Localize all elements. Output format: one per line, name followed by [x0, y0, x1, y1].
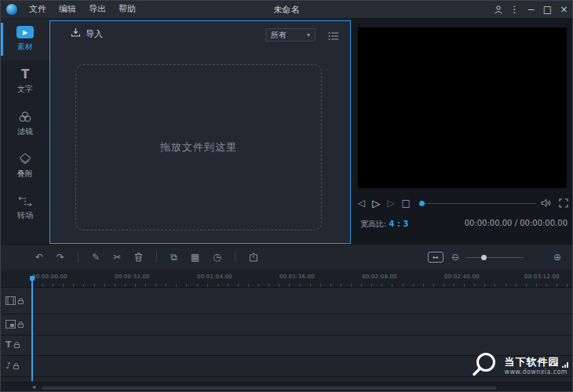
play-button[interactable]: ▷: [372, 198, 380, 209]
mosaic-button[interactable]: ▦: [191, 252, 199, 262]
previous-frame-button[interactable]: ◁: [358, 198, 365, 209]
media-filter-dropdown[interactable]: 所有 ▾: [265, 28, 316, 42]
volume-track[interactable]: [425, 203, 536, 204]
sidebar-item-transition[interactable]: 转场: [1, 187, 49, 230]
volume-slider[interactable]: [419, 201, 536, 206]
ruler-label: 00:00:00.00: [32, 274, 68, 280]
sidebar-item-label: 叠附: [17, 169, 33, 180]
ruler-label: 00:03:12.00: [524, 274, 560, 280]
text-icon: T: [21, 69, 29, 81]
media-dropzone[interactable]: 拖放文件到这里: [75, 64, 322, 230]
undo-button[interactable]: ↶: [35, 252, 43, 262]
export-clip-button[interactable]: [249, 252, 258, 262]
filter-value: 所有: [271, 30, 286, 41]
transition-icon: [17, 196, 33, 207]
zoom-out-button[interactable]: ⊖: [451, 252, 459, 263]
zoom-in-button[interactable]: ⊕: [553, 252, 561, 263]
redo-button[interactable]: ↷: [57, 252, 64, 262]
split-button[interactable]: ✂: [113, 252, 121, 262]
stop-button[interactable]: □: [401, 198, 410, 209]
preview-panel: ◁ ▷ ▷ □ 宽高比: 4 : 3 00:00:00.00 /: [351, 18, 573, 244]
timeline-zoom-controls: ↔ ⊖ ⊕: [428, 245, 561, 270]
video-track-header: [5, 296, 24, 305]
toolbar-divider: [156, 252, 157, 263]
zoom-slider[interactable]: [467, 253, 524, 261]
ruler-label: 00:01:04.00: [197, 274, 232, 280]
toolbar-divider: [78, 252, 78, 263]
next-frame-button[interactable]: ▷: [387, 198, 394, 209]
media-header: 导入 所有 ▾: [50, 27, 350, 43]
timecode: 00:00:00.00 / 00:00:00.00: [465, 219, 568, 227]
sidebar-item-label: 转场: [17, 210, 33, 221]
menu-export[interactable]: 导出: [82, 1, 112, 18]
menu-file[interactable]: 文件: [23, 1, 53, 18]
app-window: 文件 编辑 导出 帮助 未命名 ⋮ − □ × ▶ 素材 T 文字 滤镜: [0, 0, 573, 392]
minimize-button[interactable]: −: [523, 1, 539, 18]
menu-edit[interactable]: 编辑: [53, 1, 82, 18]
edit-button[interactable]: ✎: [92, 252, 100, 262]
audio-track-header: ♪: [5, 361, 19, 370]
speaker-icon[interactable]: [541, 196, 552, 211]
ruler-label: 00:02:40.00: [444, 274, 480, 280]
lock-icon[interactable]: [18, 321, 24, 328]
site-watermark: 当下软件园 www.downxia.com: [470, 350, 568, 382]
pip-track-icon: [5, 320, 16, 328]
fit-timeline-button[interactable]: ↔: [428, 252, 443, 263]
dropzone-text: 拖放文件到这里: [160, 140, 237, 154]
list-view-button[interactable]: [328, 29, 339, 44]
aspect-value: 4 : 3: [389, 220, 409, 228]
duration-button[interactable]: ◷: [213, 252, 221, 262]
zoom-slider-track[interactable]: [467, 257, 524, 258]
video-track-icon: [5, 296, 16, 305]
preview-info-row: 宽高比: 4 : 3 00:00:00.00 / 00:00:00.00: [360, 219, 569, 231]
more-menu-icon[interactable]: ⋮: [506, 1, 523, 18]
video-track[interactable]: [1, 288, 572, 314]
zoom-slider-thumb[interactable]: [481, 255, 487, 260]
sidebar-item-overlay[interactable]: 叠附: [1, 145, 49, 187]
toolbar-divider: [235, 252, 235, 263]
close-button[interactable]: ×: [556, 1, 572, 18]
lock-icon[interactable]: [18, 298, 24, 304]
playhead-handle[interactable]: [30, 276, 35, 281]
delete-button[interactable]: [134, 252, 143, 262]
titlebar: 文件 编辑 导出 帮助 未命名 ⋮ − □ ×: [1, 1, 572, 18]
fullscreen-icon[interactable]: [559, 196, 568, 211]
timeline-toolbar: ↶ ↷ ✎ ✂ ⧉ ▦ ◷ ↔ ⊖ ⊕: [1, 244, 572, 270]
ruler-ticks: [32, 284, 572, 287]
aspect-label: 宽高比:: [360, 220, 386, 228]
overlay-icon: [18, 153, 32, 165]
sidebar-item-label: 滤镜: [17, 126, 33, 137]
sidebar-item-label: 文字: [17, 84, 33, 95]
scrollbar-thumb[interactable]: [42, 387, 497, 390]
sidebar-item-text[interactable]: T 文字: [1, 60, 49, 103]
watermark-site-url: www.downxia.com: [504, 368, 568, 376]
sidebar-item-label: 素材: [17, 42, 33, 53]
ruler-label: 00:00:32.00: [115, 274, 150, 280]
playhead[interactable]: [31, 280, 33, 381]
lock-icon[interactable]: [13, 363, 19, 369]
aspect-ratio[interactable]: 宽高比: 4 : 3: [360, 219, 408, 230]
volume-thumb[interactable]: [419, 201, 425, 206]
ruler-label: 00:01:36.00: [279, 274, 315, 280]
tool-sidebar: ▶ 素材 T 文字 滤镜 叠附 转场: [1, 18, 49, 244]
account-icon[interactable]: [490, 1, 506, 18]
import-icon: [71, 27, 81, 40]
music-note-icon: ♪: [5, 361, 11, 370]
playback-controls: ◁ ▷ ▷ □: [358, 194, 568, 212]
maximize-button[interactable]: □: [539, 1, 556, 18]
pip-track[interactable]: [1, 314, 572, 336]
import-button[interactable]: 导入: [71, 27, 103, 40]
sidebar-item-filter[interactable]: 滤镜: [1, 103, 49, 145]
menu-help[interactable]: 帮助: [112, 1, 142, 18]
sidebar-item-media[interactable]: ▶ 素材: [1, 18, 49, 60]
timeline-ruler[interactable]: 00:00:00.00 00:00:32.00 00:01:04.00 00:0…: [1, 270, 572, 288]
lock-icon[interactable]: [14, 342, 20, 348]
import-label: 导入: [86, 28, 103, 40]
scroll-left-arrow[interactable]: ◂: [32, 383, 35, 390]
filter-icon: [18, 111, 32, 123]
media-play-icon: ▶: [16, 26, 34, 38]
crop-button[interactable]: ⧉: [170, 252, 177, 262]
pip-track-header: [5, 320, 24, 328]
watermark-site-name: 当下软件园: [504, 356, 568, 368]
text-track-header: T: [5, 340, 20, 349]
